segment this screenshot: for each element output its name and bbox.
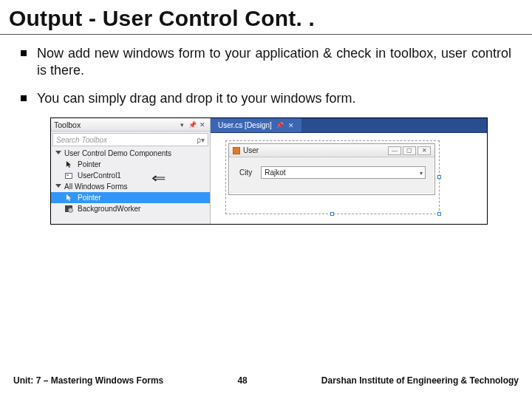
toolbox-title: Toolbox bbox=[54, 120, 81, 129]
city-combobox[interactable]: Rajkot ▾ bbox=[261, 166, 426, 179]
expand-icon bbox=[55, 184, 61, 188]
slide-footer: Unit: 7 – Mastering Windows Forms 48 Dar… bbox=[0, 375, 532, 386]
pin-icon[interactable]: 📌 bbox=[188, 120, 197, 129]
footer-right: Darshan Institute of Engineering & Techn… bbox=[321, 375, 519, 386]
designer-canvas[interactable]: User — ▢ ✕ City Rajkot ▾ bbox=[211, 133, 487, 224]
resize-handle[interactable] bbox=[437, 175, 441, 179]
maximize-icon[interactable]: ▢ bbox=[403, 146, 416, 155]
toolbox-panel: Toolbox ▾ 📌 ✕ Search Toolbox ρ▾ User Con… bbox=[51, 118, 211, 224]
item-label: Pointer bbox=[78, 194, 101, 202]
resize-handle[interactable] bbox=[330, 212, 334, 216]
toolbox-item-backgroundworker[interactable]: BackgroundWorker bbox=[51, 203, 210, 214]
combobox-value: Rajkot bbox=[265, 168, 285, 177]
callout-arrow-icon: ⇐ bbox=[151, 170, 166, 186]
pointer-icon bbox=[64, 161, 73, 168]
bullet-item: Now add new windows form to your applica… bbox=[21, 45, 511, 80]
toolbox-group[interactable]: All Windows Forms bbox=[51, 181, 210, 192]
field-label: City bbox=[239, 168, 252, 177]
document-tab-well: User.cs [Design] 📌 ✕ bbox=[211, 118, 487, 133]
toolbox-item-usercontrol[interactable]: UserControl1 bbox=[51, 170, 210, 181]
close-icon[interactable]: ✕ bbox=[417, 146, 431, 155]
toolbox-search[interactable]: Search Toolbox ρ▾ bbox=[52, 133, 208, 146]
tab-close-icon[interactable]: ✕ bbox=[288, 122, 294, 129]
search-icon: ρ▾ bbox=[197, 136, 205, 144]
group-label: User Control Demo Components bbox=[64, 149, 171, 157]
resize-handle[interactable] bbox=[437, 212, 441, 216]
footer-page: 48 bbox=[163, 375, 321, 386]
group-label: All Windows Forms bbox=[64, 183, 128, 191]
item-label: Pointer bbox=[78, 160, 101, 168]
item-label: UserControl1 bbox=[78, 171, 121, 180]
slide-title: Output - User Control Cont. . bbox=[0, 0, 532, 35]
expand-icon bbox=[55, 151, 61, 154]
search-placeholder: Search Toolbox bbox=[56, 136, 107, 144]
close-icon[interactable]: ✕ bbox=[198, 120, 207, 129]
document-tab[interactable]: User.cs [Design] 📌 ✕ bbox=[211, 118, 302, 132]
pointer-icon bbox=[64, 194, 73, 202]
toolbox-item-pointer-selected[interactable]: Pointer bbox=[51, 192, 210, 203]
bullet-item: You can simply drag and drop it to your … bbox=[21, 90, 511, 107]
dropdown-icon[interactable]: ▾ bbox=[177, 120, 186, 129]
screenshot-figure: Toolbox ▾ 📌 ✕ Search Toolbox ρ▾ User Con… bbox=[50, 117, 488, 225]
item-label: BackgroundWorker bbox=[78, 205, 140, 213]
slide-content: Now add new windows form to your applica… bbox=[0, 35, 532, 225]
chevron-down-icon: ▾ bbox=[420, 169, 423, 176]
form-body: City Rajkot ▾ bbox=[229, 157, 434, 179]
form-title: User bbox=[243, 146, 259, 154]
toolbox-item-pointer[interactable]: Pointer bbox=[51, 159, 210, 170]
bullet-list: Now add new windows form to your applica… bbox=[21, 45, 511, 107]
designer-surface: User.cs [Design] 📌 ✕ User — bbox=[211, 118, 487, 224]
tab-label: User.cs [Design] bbox=[218, 121, 272, 129]
footer-left: Unit: 7 – Mastering Windows Forms bbox=[13, 375, 163, 386]
toolbox-titlebar: Toolbox ▾ 📌 ✕ bbox=[51, 118, 210, 132]
tab-pin-icon[interactable]: 📌 bbox=[276, 122, 284, 129]
windows-form[interactable]: User — ▢ ✕ City Rajkot ▾ bbox=[228, 143, 435, 195]
minimize-icon[interactable]: — bbox=[388, 146, 401, 155]
form-icon bbox=[233, 147, 240, 154]
form-titlebar: User — ▢ ✕ bbox=[229, 144, 434, 157]
backgroundworker-icon bbox=[64, 205, 73, 213]
usercontrol-icon bbox=[64, 172, 73, 180]
toolbox-group[interactable]: User Control Demo Components bbox=[51, 148, 210, 159]
